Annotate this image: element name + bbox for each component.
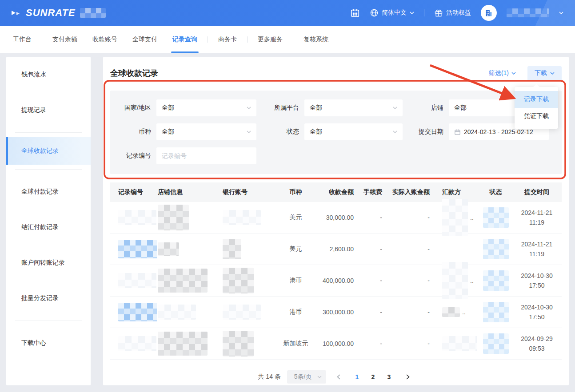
page-number-1[interactable]: 1 (351, 371, 363, 383)
filter-value-country-region: 全部 (162, 104, 174, 112)
cell-currency: 美元 (277, 214, 315, 222)
cell-actual: - (389, 309, 436, 316)
prev-page-button[interactable] (332, 371, 345, 383)
tab-more-services[interactable]: 更多服务 (250, 26, 290, 53)
tab-global-payment[interactable]: 全球支付 (125, 26, 165, 53)
cell-text: 港币 (290, 277, 302, 285)
filter-select-status[interactable]: 全部 (304, 123, 403, 140)
avatar[interactable] (481, 5, 497, 21)
cell-remitter: .. (436, 199, 477, 236)
cell-text: 港币 (290, 308, 302, 316)
cell-remitter: .. (436, 307, 477, 317)
column-header-status: 状态 (477, 188, 515, 196)
logo: SUNRATE (12, 7, 106, 19)
masked-data (483, 302, 509, 322)
sidebar-item-global-payment-records[interactable]: 全球付款记录 (6, 174, 91, 210)
sidebar-item-batch-distribution-records[interactable]: 批量分发记录 (6, 281, 91, 316)
cell-bank (219, 331, 277, 356)
cell-bank (219, 268, 277, 293)
page: { "header": { "logo_text": "SUNRATE", "l… (0, 0, 575, 392)
masked-data (158, 269, 208, 293)
nav-divider (208, 36, 208, 43)
cell-bank (219, 210, 277, 225)
menu-item-record-download[interactable]: 记录下载 (515, 91, 558, 108)
chevron-right-icon (406, 374, 410, 380)
sidebar-item-wallet-flow[interactable]: 钱包流水 (6, 57, 91, 92)
main-nav: 工作台支付余额收款账号全球支付记录查询商务卡更多服务复核系统 (0, 26, 575, 53)
page-number-2[interactable]: 2 (367, 371, 379, 383)
masked-data (442, 199, 468, 236)
cell-time: 2024-11-2111:19 (515, 208, 559, 227)
benefits-button[interactable]: 活动权益 (434, 8, 471, 17)
page-size-select[interactable]: 5条/页 (287, 370, 326, 384)
tab-payment-balance[interactable]: 支付余额 (45, 26, 85, 53)
cell-bank (219, 305, 277, 320)
masked-data (118, 273, 156, 288)
cell-amount: 300,000.00 (315, 309, 359, 316)
cell-status (477, 207, 515, 228)
cell-text: - (380, 309, 382, 316)
tab-collection-account[interactable]: 收款账号 (85, 26, 125, 53)
building-icon (484, 8, 494, 18)
sidebar-item-global-collection-records[interactable]: 全球收款记录 (6, 137, 91, 165)
sidebar-divider (15, 169, 82, 170)
masked-data (118, 210, 156, 225)
cell-record_no (110, 210, 157, 225)
calendar-button[interactable] (350, 8, 360, 18)
filter-select-platform[interactable]: 全部 (304, 99, 403, 116)
cell-text: 30,000.00 (326, 214, 354, 221)
cell-amount: 30,000.00 (315, 214, 359, 221)
chevron-down-icon (247, 131, 251, 133)
table-header: 记录编号店铺信息银行账号币种收款金额手续费实际入账金额汇款方状态提交时间 (110, 182, 562, 202)
chevron-down-icon (317, 376, 322, 378)
masked-data (223, 210, 261, 225)
cell-actual: - (389, 214, 436, 221)
page-numbers: 123 (351, 371, 395, 383)
filter-select-currency[interactable]: 全部 (156, 123, 256, 140)
cell-fee: - (359, 277, 389, 284)
filter-value-status: 全部 (310, 128, 322, 136)
filter-label-platform: 所属平台 (258, 104, 299, 112)
cell-actual: - (389, 277, 436, 284)
records-table: 记录编号店铺信息银行账号币种收款金额手续费实际入账金额汇款方状态提交时间 美元3… (110, 182, 562, 360)
nav-divider (42, 36, 42, 43)
masked-data (223, 305, 261, 320)
next-page-button[interactable] (402, 371, 414, 383)
cell-amount: 400,000.00 (315, 277, 359, 284)
cell-time: 2024-11-2111:19 (515, 239, 559, 259)
chevron-down-icon[interactable] (559, 12, 563, 14)
masked-data (223, 239, 241, 259)
filter-input-record-no[interactable] (156, 147, 256, 164)
cell-text: - (427, 214, 430, 221)
filter-select-country-region[interactable]: 全部 (156, 99, 256, 116)
filter-toggle-label: 筛选(1) (489, 69, 509, 77)
gift-icon (434, 8, 443, 17)
page-number-3[interactable]: 3 (383, 371, 395, 383)
filter-field-status: 状态全部 (258, 123, 403, 140)
menu-item-voucher-download[interactable]: 凭证下载 (515, 108, 558, 125)
column-header-bank: 银行账号 (219, 188, 277, 196)
tab-record-query[interactable]: 记录查询 (165, 26, 205, 53)
tab-workbench[interactable]: 工作台 (5, 26, 39, 53)
cell-amount: 2,600.00 (315, 245, 359, 253)
filter-value-currency: 全部 (162, 128, 174, 136)
tab-business-card[interactable]: 商务卡 (211, 26, 244, 53)
filter-field-currency: 币种全部 (110, 123, 258, 140)
sidebar-item-inter-account-transfer-records[interactable]: 账户间转账记录 (6, 245, 91, 281)
logo-arrows-icon (12, 8, 21, 18)
tab-review-system[interactable]: 复核系统 (296, 26, 336, 53)
cell-fee: - (359, 340, 389, 347)
filter-toggle[interactable]: 筛选(1) (489, 69, 516, 77)
cell-text: - (380, 214, 382, 221)
download-dropdown-menu: 记录下载凭证下载 (515, 87, 558, 129)
masked-data (483, 207, 509, 228)
sidebar-item-download-center[interactable]: 下载中心 (6, 325, 91, 361)
cell-text: 美元 (290, 214, 302, 222)
cell-text: - (427, 340, 430, 347)
language-switcher[interactable]: 简体中文 (370, 8, 414, 17)
sidebar-item-fx-payment-records[interactable]: 结汇付款记录 (6, 210, 91, 245)
masked-data (223, 268, 254, 293)
download-button[interactable]: 下载 (527, 66, 562, 81)
sidebar-item-withdrawal-records[interactable]: 提现记录 (6, 92, 91, 128)
total-count: 共 14 条 (258, 373, 280, 381)
